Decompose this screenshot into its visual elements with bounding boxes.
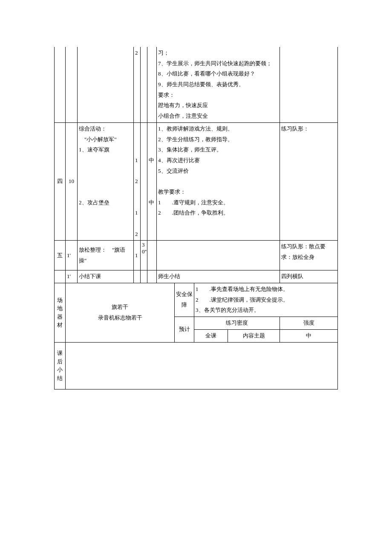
r2-c1: 四 xyxy=(55,122,66,241)
safety-l2: 3、各关节的充分活动开。 xyxy=(196,307,259,313)
r2c7-7: 1 .遵守规则，注意安全。 xyxy=(158,199,229,206)
equipment-content: 旗若干 录音机标志物若干 xyxy=(66,283,175,342)
r2c7-4: 5、交流评价 xyxy=(158,168,189,174)
r2-c8: 练习队形： xyxy=(280,122,338,241)
forecast-label: 预计 xyxy=(175,317,194,342)
r2c7-6: 教学要求： xyxy=(158,189,186,195)
content-subject-header: 内容主题 xyxy=(228,329,280,342)
r4-c5 xyxy=(141,270,147,283)
r2c6-3: 中 xyxy=(149,157,154,163)
r2-c6: 中 中 xyxy=(147,122,157,241)
safety-label: 安全保障 xyxy=(175,283,194,317)
r2c4-10: 2 xyxy=(135,231,138,237)
r4-c7: 师生小结 xyxy=(157,270,280,283)
r1-c5 xyxy=(141,47,147,122)
r2c4-3: 1 xyxy=(135,157,138,163)
r2-c5 xyxy=(141,122,147,241)
post-class-summary-label: 课后小结 xyxy=(55,342,66,389)
r4-c3: 小结下课 xyxy=(78,270,134,283)
r2-c3: 综合活动： "小小解放军" 1、速夺军旗 2、攻占堡垒 xyxy=(78,122,134,241)
safety-l0: 1 .事先查看场地上有无危险物体。 xyxy=(196,286,288,292)
r2-c2: 10 xyxy=(66,122,78,241)
r2c7-0: 1、教师讲解游戏方法、规则。 xyxy=(158,125,233,132)
density-header: 练习密度 xyxy=(194,317,280,330)
r4-c6 xyxy=(147,270,157,283)
r1-c7: 习； 7、学生展示，师生共同讨论快速起跑的要领； 8、小组比赛，看看哪个小组表现… xyxy=(157,47,280,122)
safety-l1: 2 .课堂纪律强调，强调安全提示。 xyxy=(196,296,288,303)
r2c7-2: 3、集体比赛，师生互评。 xyxy=(158,146,222,153)
r2c7-3: 4、再次进行比赛 xyxy=(158,157,200,163)
r1-c7-l4: 9、师生共同总结要领、表扬优秀。 xyxy=(158,81,244,87)
r4-c1 xyxy=(55,270,66,283)
intensity-header: 强度 xyxy=(280,317,338,330)
r1-c1 xyxy=(55,47,66,122)
r4-c8: 四列横队 xyxy=(280,270,338,283)
r1-c2 xyxy=(66,47,78,122)
r1-c6 xyxy=(147,47,157,122)
r1-c7-l2: 7、学生展示，师生共同讨论快速起跑的要领； xyxy=(158,60,272,67)
r1-c7-l6: 蹬地有力，快速反应 xyxy=(158,102,208,108)
equipment-label: 场地器材 xyxy=(55,283,66,342)
r3-c3: 放松整理： "旗语操" xyxy=(78,241,134,270)
r2c6-7: 中 xyxy=(149,199,154,206)
r3-c2: 1' xyxy=(66,241,78,270)
r3-c4: 1 xyxy=(134,241,141,270)
r2c7-1: 2、学生分组练习，教师指导。 xyxy=(158,136,233,142)
r2-c3-l0: 综合活动： xyxy=(79,125,107,132)
r1-c4: 2 xyxy=(134,47,141,122)
post-class-summary-content xyxy=(66,342,338,389)
r2c7-8: 2 .团结合作，争取胜利。 xyxy=(158,209,229,216)
r4-c4 xyxy=(134,270,141,283)
r1-c7-l3: 8、小组比赛，看看哪个小组表现最好？ xyxy=(158,70,255,77)
r1-c7-l1: 习； xyxy=(158,49,169,56)
r3-c8: 练习队形：散点要求：放松全身 xyxy=(280,241,338,270)
safety-content: 1 .事先查看场地上有无危险物体。 2 .课堂纪律强调，强调安全提示。 3、各关… xyxy=(194,283,338,317)
r2c4-5: 2 xyxy=(135,178,138,184)
r3-c1: 五 xyxy=(55,241,66,270)
r2-c7: 1、教师讲解游戏方法、规则。 2、学生分组练习，教师指导。 3、集体比赛，师生互… xyxy=(157,122,280,241)
r3-c5: 30'' xyxy=(141,241,147,270)
r2c4-8: 1 xyxy=(135,209,138,216)
r1-c8 xyxy=(280,47,338,122)
r4-c2: 1' xyxy=(66,270,78,283)
whole-class-header: 全课 xyxy=(194,329,228,342)
r2-c3-l1: "小小解放军" xyxy=(79,136,117,142)
intensity-value: 中 xyxy=(280,329,338,342)
r3-c6 xyxy=(147,241,157,270)
r1-c3 xyxy=(78,47,134,122)
r2-c4: 1 2 1 2 xyxy=(134,122,141,241)
r2-c3-l2: 1、速夺军旗 xyxy=(79,146,110,153)
r1-c7-l7: 小组合作，注意安全 xyxy=(158,113,208,119)
r1-c7-l5: 要求： xyxy=(158,92,175,98)
r2-c3-l7: 2、攻占堡垒 xyxy=(79,199,110,206)
r3-c7 xyxy=(157,241,280,270)
